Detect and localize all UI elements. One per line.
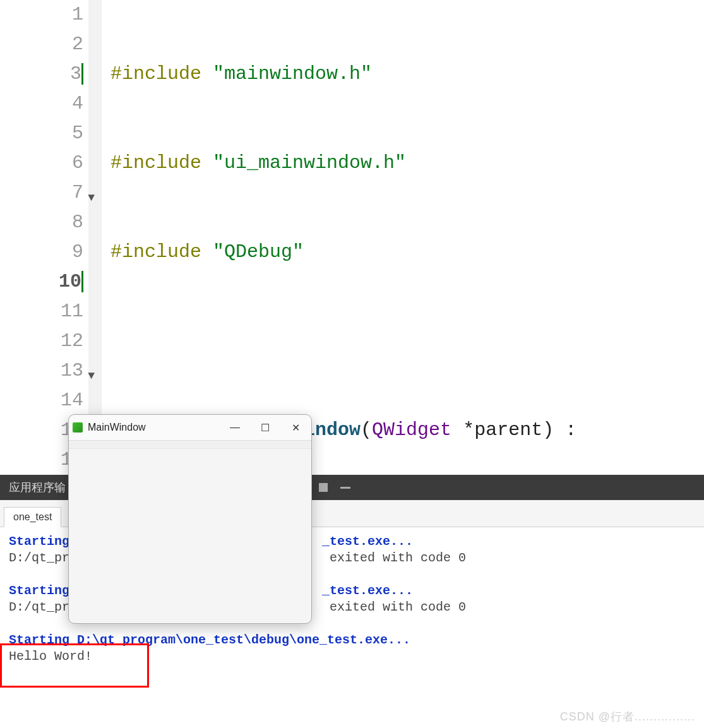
- line-number: 3: [0, 59, 83, 89]
- line-number: 1: [0, 0, 83, 30]
- line-number: 12: [0, 326, 83, 356]
- line-number: 5: [0, 119, 83, 148]
- fold-toggle-icon[interactable]: ▼: [88, 183, 95, 213]
- watermark: CSDN @行者................: [560, 709, 695, 724]
- line-number: 4: [0, 89, 83, 119]
- line-number: 8: [0, 208, 83, 237]
- app-icon: [73, 422, 83, 433]
- line-number: 6: [0, 148, 83, 178]
- minimize-button[interactable]: —: [228, 422, 242, 434]
- minimize-icon[interactable]: [340, 487, 350, 489]
- line-number: 13▼: [0, 356, 83, 386]
- line-number: 11: [0, 297, 83, 326]
- maximize-button[interactable]: ☐: [258, 422, 272, 434]
- stop-icon[interactable]: [319, 483, 328, 492]
- line-number: 2: [0, 30, 83, 59]
- code-editor[interactable]: 1 2 3 4 5 6 7▼ 8 9 10 11 12 13▼ 14 15 16…: [0, 0, 704, 475]
- close-button[interactable]: ✕: [289, 422, 302, 434]
- output-tab[interactable]: one_test: [4, 507, 61, 527]
- editor-margin: [88, 0, 102, 475]
- line-number-gutter: 1 2 3 4 5 6 7▼ 8 9 10 11 12 13▼ 14 15 16: [0, 0, 88, 475]
- fold-toggle-icon[interactable]: ▼: [88, 361, 95, 391]
- run-window-menubar: [69, 441, 311, 449]
- run-window-titlebar[interactable]: MainWindow — ☐ ✕: [69, 415, 311, 441]
- run-window-title: MainWindow: [88, 422, 228, 433]
- line-number: 10: [0, 267, 83, 297]
- line-number: 7▼: [0, 178, 83, 208]
- line-number: 9: [0, 237, 83, 267]
- run-window[interactable]: MainWindow — ☐ ✕: [68, 414, 312, 624]
- code-area[interactable]: #include "mainwindow.h" #include "ui_mai…: [102, 0, 704, 475]
- line-number: 14: [0, 386, 83, 415]
- output-panel-title: 应用程序输: [9, 480, 66, 495]
